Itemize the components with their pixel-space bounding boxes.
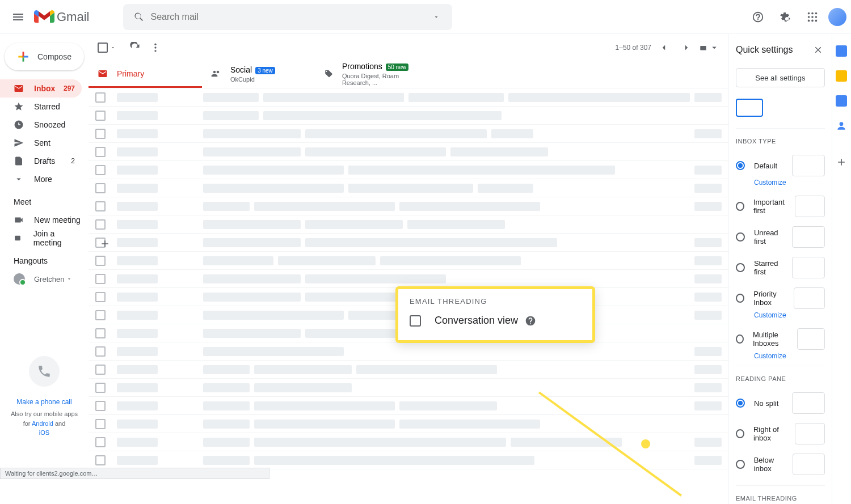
new-chat-icon[interactable] <box>99 238 111 249</box>
message-checkbox[interactable] <box>95 455 106 465</box>
message-checkbox[interactable] <box>95 365 106 375</box>
tab-primary[interactable]: Primary <box>89 61 202 88</box>
close-icon[interactable] <box>811 43 825 57</box>
message-checkbox[interactable] <box>95 310 106 320</box>
contacts-addon[interactable] <box>836 120 847 134</box>
sidebar-item-sent[interactable]: Sent <box>0 134 82 152</box>
message-row[interactable] <box>89 215 728 234</box>
customize-link[interactable]: Customize <box>754 179 825 187</box>
pane-below-inbox[interactable]: Below inbox <box>736 449 825 480</box>
tab-promotions[interactable]: Promotions50 newQuora Digest, Roam Resea… <box>315 61 429 88</box>
search-input[interactable] <box>150 12 425 22</box>
newer-button[interactable] <box>654 37 674 58</box>
ios-link[interactable]: iOS <box>39 429 49 436</box>
sidebar-item-drafts[interactable]: Drafts2 <box>0 152 82 170</box>
input-tools-icon[interactable] <box>699 37 719 58</box>
message-checkbox[interactable] <box>95 219 106 230</box>
message-row[interactable] <box>89 197 728 215</box>
make-call-link[interactable]: Make a phone call <box>16 398 71 406</box>
settings-icon[interactable] <box>774 6 797 28</box>
radio[interactable] <box>736 399 745 408</box>
select-all-checkbox[interactable] <box>98 43 108 53</box>
message-checkbox[interactable] <box>95 256 106 266</box>
message-row[interactable] <box>89 433 728 451</box>
message-row[interactable] <box>89 143 728 161</box>
inbox-type-unread-first[interactable]: Unread first <box>736 222 825 252</box>
message-row[interactable] <box>89 179 728 197</box>
tasks-addon[interactable] <box>836 95 847 107</box>
customize-link[interactable]: Customize <box>754 352 825 360</box>
message-row[interactable] <box>89 88 728 107</box>
apps-icon[interactable] <box>801 6 824 28</box>
message-row[interactable] <box>89 234 728 252</box>
message-row[interactable] <box>89 415 728 433</box>
radio[interactable] <box>736 232 745 242</box>
message-row[interactable] <box>89 379 728 397</box>
message-row[interactable] <box>89 252 728 270</box>
message-checkbox[interactable] <box>95 183 106 193</box>
message-checkbox[interactable] <box>95 129 106 139</box>
search-bar[interactable] <box>123 4 452 30</box>
radio[interactable] <box>736 161 745 170</box>
message-row[interactable] <box>89 361 728 379</box>
sidebar-item-snoozed[interactable]: Snoozed <box>0 116 82 134</box>
support-icon[interactable] <box>747 6 769 28</box>
message-checkbox[interactable] <box>95 147 106 157</box>
pane-no-split[interactable]: No split <box>736 388 825 418</box>
account-avatar[interactable] <box>828 8 846 26</box>
compose-button[interactable]: Compose <box>5 43 84 70</box>
inbox-type-important-first[interactable]: Important first <box>736 191 825 222</box>
message-checkbox[interactable] <box>95 274 106 284</box>
calendar-addon[interactable] <box>836 45 847 57</box>
message-checkbox[interactable] <box>95 165 106 175</box>
message-checkbox[interactable] <box>95 401 106 411</box>
get-addons-button[interactable] <box>836 156 847 170</box>
density-preview[interactable] <box>736 99 763 117</box>
radio[interactable] <box>736 294 744 303</box>
sidebar-item-starred[interactable]: Starred <box>0 98 82 116</box>
sidebar-item-inbox[interactable]: Inbox297 <box>0 79 82 98</box>
search-options-icon[interactable] <box>425 14 448 20</box>
message-row[interactable] <box>89 161 728 179</box>
sidebar-item-more[interactable]: More <box>0 170 82 188</box>
message-row[interactable] <box>89 270 728 288</box>
meet-item-1[interactable]: Join a meeting <box>0 229 82 247</box>
inbox-type-default[interactable]: Default <box>736 150 825 181</box>
radio[interactable] <box>736 460 745 469</box>
radio[interactable] <box>736 263 745 272</box>
pane-right-of-inbox[interactable]: Right of inbox <box>736 418 825 449</box>
inbox-type-multiple-inboxes[interactable]: Multiple Inboxes <box>736 324 825 354</box>
search-icon[interactable] <box>128 6 150 28</box>
inbox-type-starred-first[interactable]: Starred first <box>736 252 825 283</box>
message-checkbox[interactable] <box>95 292 106 302</box>
message-checkbox[interactable] <box>95 201 106 211</box>
tab-social[interactable]: Social3 newOkCupid <box>202 61 315 88</box>
message-row[interactable] <box>89 342 728 361</box>
message-row[interactable] <box>89 107 728 125</box>
message-checkbox[interactable] <box>95 419 106 429</box>
message-checkbox[interactable] <box>95 383 106 393</box>
message-checkbox[interactable] <box>95 111 106 121</box>
refresh-button[interactable] <box>125 37 145 58</box>
radio[interactable] <box>736 334 744 344</box>
message-checkbox[interactable] <box>95 437 106 447</box>
select-dropdown-icon[interactable] <box>110 43 116 53</box>
see-all-settings-button[interactable]: See all settings <box>736 68 825 87</box>
meet-item-0[interactable]: New meeting <box>0 211 82 229</box>
main-menu-button[interactable] <box>5 3 32 31</box>
radio[interactable] <box>736 202 744 211</box>
older-button[interactable] <box>676 37 697 58</box>
message-checkbox[interactable] <box>95 328 106 338</box>
inbox-type-priority-inbox[interactable]: Priority Inbox <box>736 283 825 314</box>
more-button[interactable] <box>145 37 166 58</box>
hangouts-user[interactable]: Gretchen <box>0 270 89 288</box>
message-row[interactable] <box>89 397 728 415</box>
customize-link[interactable]: Customize <box>754 311 825 319</box>
message-checkbox[interactable] <box>95 92 106 103</box>
message-row[interactable] <box>89 125 728 143</box>
gmail-logo[interactable]: Gmail <box>34 9 89 25</box>
message-checkbox[interactable] <box>95 346 106 357</box>
android-link[interactable]: Android <box>32 420 53 427</box>
radio[interactable] <box>736 429 744 438</box>
keep-addon[interactable] <box>836 70 847 82</box>
